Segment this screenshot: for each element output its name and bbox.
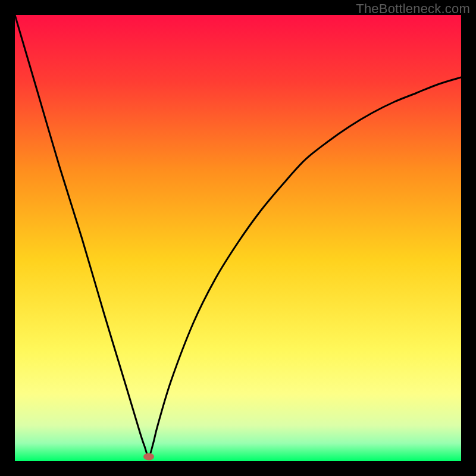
marker-dot xyxy=(143,453,154,461)
chart-svg xyxy=(15,15,461,461)
plot-area xyxy=(15,15,461,461)
watermark-text: TheBottleneck.com xyxy=(356,1,470,17)
chart-frame: TheBottleneck.com xyxy=(0,0,476,476)
